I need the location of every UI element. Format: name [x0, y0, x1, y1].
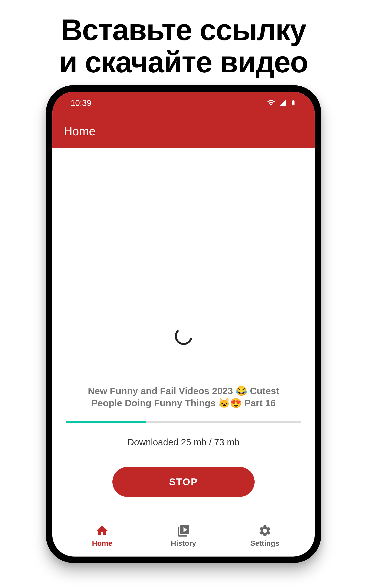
settings-icon — [258, 524, 272, 538]
battery-icon — [290, 99, 296, 108]
download-status: Downloaded 25 mb / 73 mb — [127, 437, 240, 447]
nav-item-history[interactable]: History — [161, 524, 206, 548]
status-icons — [267, 99, 296, 108]
status-time: 10:39 — [71, 98, 91, 108]
status-bar: 10:39 — [52, 92, 315, 115]
progress-fill — [66, 421, 146, 423]
loading-spinner-icon — [174, 326, 193, 346]
app-bar-title: Home — [64, 124, 96, 138]
promo-line2: и скачайте видео — [59, 46, 308, 78]
nav-item-home[interactable]: Home — [79, 524, 125, 548]
progress-bar — [66, 421, 301, 423]
promo-line1: Вставьте ссылку — [59, 14, 308, 46]
wifi-icon — [267, 99, 275, 108]
nav-label-home: Home — [92, 539, 112, 548]
promo-headline: Вставьте ссылку и скачайте видео — [59, 14, 308, 78]
signal-icon — [278, 99, 287, 108]
home-icon — [95, 524, 109, 538]
nav-item-settings[interactable]: Settings — [242, 524, 288, 548]
phone-screen: 10:39 Home New Funny a — [52, 92, 315, 556]
main-content: New Funny and Fail Videos 2023 😂 Cutest … — [52, 148, 315, 520]
nav-label-settings: Settings — [250, 539, 279, 548]
history-icon — [177, 524, 190, 538]
video-title: New Funny and Fail Videos 2023 😂 Cutest … — [66, 385, 301, 409]
bottom-nav: Home History Settings — [52, 520, 315, 556]
phone-frame: 10:39 Home New Funny a — [46, 85, 321, 563]
stop-button[interactable]: STOP — [112, 467, 255, 497]
svg-point-0 — [174, 326, 193, 346]
nav-label-history: History — [171, 539, 196, 548]
app-bar: Home — [52, 115, 315, 148]
